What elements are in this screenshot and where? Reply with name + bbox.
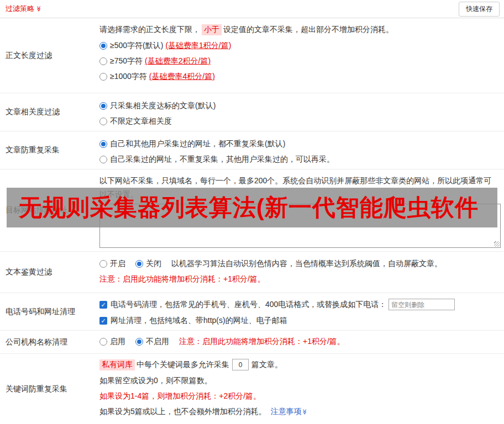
company-clean-warning: 注意：启用此功能将增加积分消耗：+1积分/篇。 xyxy=(179,337,345,347)
radio-option-label: 自己采集过的网址，不重复采集，其他用户采集过的，可以再采。 xyxy=(110,155,334,165)
keyword-dedup-line2: 如果留空或设为0，则不限篇数。 xyxy=(99,376,500,386)
radio-option-relevance-any[interactable]: 不限定文章相关度 xyxy=(99,116,500,126)
intro-suffix: 设定值的文章不采集，超出部分不增加积分消耗。 xyxy=(223,25,393,35)
keyword-dedup-line4-text: 如果设为5篇或以上，也不会额外增加积分消耗。 xyxy=(99,407,266,417)
radio-icon[interactable] xyxy=(99,338,107,346)
row-company-clean: 公司机构名称清理 启用 不启用 注意：启用此功能将增加积分消耗：+1积分/篇。 xyxy=(0,331,504,354)
radio-icon[interactable] xyxy=(99,57,107,65)
radio-icon[interactable] xyxy=(99,260,107,268)
radio-option-dedup-own[interactable]: 自己采集过的网址，不重复采集，其他用户采集过的，可以再采。 xyxy=(99,155,500,165)
radio-icon[interactable] xyxy=(99,73,107,81)
relevance-filter-label: 文章相关度过滤 xyxy=(0,93,94,131)
row-length-filter: 正文长度过滤 请选择需求的正文长度下限， 小于 设定值的文章不采集，超出部分不增… xyxy=(0,18,504,93)
company-clean-options: 启用 不启用 注意：启用此功能将增加积分消耗：+1积分/篇。 xyxy=(99,337,500,347)
rate-note: (基础费率4积分/篇) xyxy=(149,72,215,82)
keyword-dedup-line1-suffix: 篇文章。 xyxy=(251,360,282,370)
watermark-banner: 无规则采集器列表算法(新一代智能爬虫软件 xyxy=(7,188,497,227)
radio-option-company-on[interactable]: 启用 xyxy=(99,337,125,347)
radio-option-porn-off[interactable]: 关闭 xyxy=(135,259,161,269)
radio-option-750[interactable]: ≥750字符 (基础费率2积分/篇) xyxy=(99,56,500,66)
highlight-less-than: 小于 xyxy=(202,24,222,35)
url-clean-line: 网址清理，包括纯域名、带http(s)的网址、电子邮箱 xyxy=(99,316,500,326)
radio-option-label: 不限定文章相关度 xyxy=(110,116,172,126)
porn-filter-description: 以机器学习算法自动识别色情内容，当色情概率达到系统阈值，自动屏蔽文章。 xyxy=(171,259,442,269)
phone-clean-line: 电话号码清理，包括常见的手机号、座机号、400电话格式，或替换成如下电话： xyxy=(99,299,500,310)
url-clean-checkbox-label[interactable]: 网址清理，包括纯域名、带http(s)的网址、电子邮箱 xyxy=(99,316,287,326)
radio-icon[interactable] xyxy=(99,140,107,148)
url-clean-text: 网址清理，包括纯域名、带http(s)的网址、电子邮箱 xyxy=(111,316,287,326)
radio-icon[interactable] xyxy=(99,102,107,110)
intro-prefix: 请选择需求的正文长度下限， xyxy=(99,25,200,35)
page-title[interactable]: 过滤策略 ≫ xyxy=(6,4,41,14)
row-relevance-filter: 文章相关度过滤 只采集相关度达标的文章(默认) 不限定文章相关度 xyxy=(0,93,504,131)
radio-icon[interactable] xyxy=(135,338,143,346)
phone-url-clean-label: 电话号码和网址清理 xyxy=(0,293,94,330)
company-clean-label: 公司机构名称清理 xyxy=(0,331,94,353)
porn-filter-warning: 注意：启用此功能将增加积分消耗：+1积分/篇。 xyxy=(99,274,500,284)
toolbar: 过滤策略 ≫ 快速保存 xyxy=(0,0,504,18)
keyword-dedup-line1: 私有词库 中每个关键词最多允许采集 篇文章。 xyxy=(99,359,500,370)
keyword-dedup-line4: 如果设为5篇或以上，也不会额外增加积分消耗。 注意事项 ≫ xyxy=(99,407,500,417)
keyword-dedup-line3: 如果设为1-4篇，则增加积分消耗：+2积分/篇。 xyxy=(99,391,500,401)
radio-option-label: 自己和其他用户采集过的网址，都不重复采集(默认) xyxy=(110,139,285,149)
filter-strategy-page: 过滤策略 ≫ 快速保存 正文长度过滤 请选择需求的正文长度下限， 小于 设定值的… xyxy=(0,0,504,424)
radio-option-label: 启用 xyxy=(110,337,125,347)
radio-icon[interactable] xyxy=(99,156,107,163)
radio-option-company-off[interactable]: 不启用 xyxy=(135,337,169,347)
radio-option-label: 不启用 xyxy=(146,337,169,347)
row-keyword-dedup: 关键词防重复采集 私有词库 中每个关键词最多允许采集 篇文章。 如果留空或设为0… xyxy=(0,354,504,424)
row-porn-filter: 文本鉴黄过滤 开启 关闭 以机器学习算法自动识别色情内容，当色情概率达到系统阈值… xyxy=(0,252,504,293)
radio-option-label: 开启 xyxy=(110,259,125,269)
radio-option-porn-on[interactable]: 开启 xyxy=(99,259,125,269)
porn-filter-label: 文本鉴黄过滤 xyxy=(0,252,94,293)
radio-option-label: ≥750字符 xyxy=(110,56,143,66)
row-phone-url-clean: 电话号码和网址清理 电话号码清理，包括常见的手机号、座机号、400电话格式，或替… xyxy=(0,293,504,331)
dedup-filter-label: 文章防重复采集 xyxy=(0,131,94,169)
watermark-text: 无规则采集器列表算法(新一代智能爬虫软件 xyxy=(19,192,479,223)
radio-option-label: ≥500字符(默认) xyxy=(110,41,163,51)
length-filter-intro: 请选择需求的正文长度下限， 小于 设定值的文章不采集，超出部分不增加积分消耗。 xyxy=(99,24,500,35)
quick-save-button[interactable]: 快速保存 xyxy=(459,2,500,17)
phone-replacement-input[interactable] xyxy=(389,299,455,310)
radio-option-label: 只采集相关度达标的文章(默认) xyxy=(110,101,216,111)
radio-option-label: ≥1000字符 xyxy=(110,72,147,82)
page-title-text: 过滤策略 xyxy=(6,4,34,14)
radio-option-1000[interactable]: ≥1000字符 (基础费率4积分/篇) xyxy=(99,72,500,82)
radio-option-relevance-strict[interactable]: 只采集相关度达标的文章(默认) xyxy=(99,101,500,111)
keyword-count-input[interactable] xyxy=(232,359,249,370)
chevron-down-icon[interactable]: ≫ xyxy=(302,409,307,415)
radio-option-dedup-all[interactable]: 自己和其他用户采集过的网址，都不重复采集(默认) xyxy=(99,139,500,149)
rate-note: (基础费率1积分/篇) xyxy=(165,41,231,51)
keyword-dedup-label: 关键词防重复采集 xyxy=(0,354,94,424)
radio-option-label: 关闭 xyxy=(146,259,161,269)
phone-clean-checkbox-label[interactable]: 电话号码清理，包括常见的手机号、座机号、400电话格式，或替换成如下电话： xyxy=(99,300,386,310)
row-dedup-filter: 文章防重复采集 自己和其他用户采集过的网址，都不重复采集(默认) 自己采集过的网… xyxy=(0,131,504,169)
radio-icon[interactable] xyxy=(99,118,107,125)
length-filter-label: 正文长度过滤 xyxy=(0,18,94,93)
radio-icon[interactable] xyxy=(135,260,143,268)
radio-option-500[interactable]: ≥500字符(默认) (基础费率1积分/篇) xyxy=(99,41,500,51)
checkbox-checked-icon[interactable] xyxy=(99,317,107,325)
radio-icon[interactable] xyxy=(99,42,107,50)
chevron-down-icon: ≫ xyxy=(36,6,41,12)
phone-clean-text: 电话号码清理，包括常见的手机号、座机号、400电话格式，或替换成如下电话： xyxy=(111,300,386,310)
checkbox-checked-icon[interactable] xyxy=(99,301,107,309)
notice-link[interactable]: 注意事项 xyxy=(271,407,302,417)
resize-handle-icon[interactable] xyxy=(494,241,500,247)
porn-filter-options: 开启 关闭 以机器学习算法自动识别色情内容，当色情概率达到系统阈值，自动屏蔽文章… xyxy=(99,259,500,269)
rate-note: (基础费率2积分/篇) xyxy=(145,56,211,66)
private-lexicon-highlight: 私有词库 xyxy=(99,359,135,370)
keyword-dedup-line1-text: 中每个关键词最多允许采集 xyxy=(136,360,229,370)
